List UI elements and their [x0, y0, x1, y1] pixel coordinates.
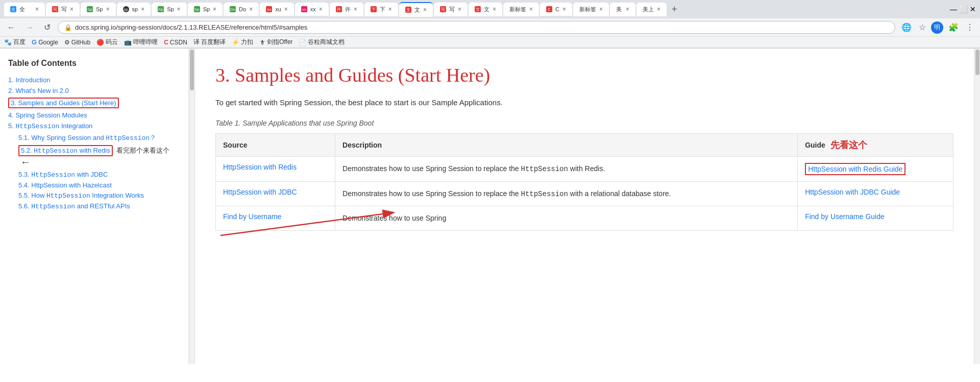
- reload-button[interactable]: ↺: [41, 20, 54, 34]
- nav-link-hazelcast[interactable]: 5.4. HttpSession with Hazelcast: [18, 181, 112, 189]
- tab-14[interactable]: 文 文 ×: [469, 3, 502, 16]
- guide-link-redis[interactable]: HttpSession with Redis Guide: [808, 165, 902, 173]
- back-button[interactable]: ←: [4, 21, 18, 34]
- new-tab-button[interactable]: +: [668, 4, 681, 15]
- tab-close[interactable]: ×: [626, 6, 629, 13]
- bookmark-csdn[interactable]: C CSDN: [164, 39, 187, 46]
- tab-newtab2[interactable]: 新标签 ×: [573, 3, 609, 16]
- tab-icon: C: [546, 6, 552, 12]
- tab-close[interactable]: ×: [106, 6, 109, 13]
- tab-close[interactable]: ×: [213, 6, 216, 13]
- table-row: Find by Username Demonstrates how to use…: [216, 206, 953, 230]
- tab-12-active[interactable]: 文 文 ×: [399, 2, 433, 17]
- tab-8[interactable]: xu xu ×: [260, 3, 294, 16]
- tab-close[interactable]: ×: [493, 6, 496, 13]
- nav-link-redis[interactable]: 5.2. HttpSession with Redis: [21, 147, 110, 154]
- tab-close[interactable]: ×: [657, 6, 660, 13]
- close-button[interactable]: ✕: [970, 5, 976, 13]
- scrollbar-thumb[interactable]: [190, 50, 194, 90]
- nav-link-works[interactable]: 5.5. How HttpSession Integration Works: [18, 192, 144, 199]
- tab-close[interactable]: ×: [388, 6, 392, 13]
- forward-button[interactable]: →: [22, 21, 37, 34]
- guide-link-findbyusername[interactable]: Find by Username Guide: [805, 212, 885, 221]
- page-title: 3. Samples and Guides (Start Here): [215, 64, 953, 86]
- tab-9[interactable]: xx xx ×: [295, 3, 329, 16]
- nav-link-why[interactable]: 5.1. Why Spring Session and HttpSession？: [18, 134, 156, 141]
- bookmark-baidu[interactable]: 🐾 百度: [4, 38, 26, 46]
- nav-link-httpsession[interactable]: 5. HttpSession Integration: [8, 122, 92, 130]
- sidebar-nav: 1. Introduction 2. What's New in 2.0 3. …: [8, 76, 180, 210]
- tab-11[interactable]: 下 下 ×: [364, 3, 398, 16]
- samples-table: Source Description Guide 先看这个: [215, 133, 953, 231]
- source-link-redis[interactable]: HttpSession with Redis: [223, 163, 297, 171]
- tab-close[interactable]: ×: [177, 6, 181, 13]
- bookmark-google[interactable]: G Google: [32, 38, 58, 46]
- tab-5[interactable]: Sp Sp ×: [152, 3, 186, 16]
- bookmark-gulimall[interactable]: 📄 谷粒商城文档: [299, 38, 345, 46]
- tab-6[interactable]: Sp Sp ×: [188, 3, 223, 16]
- tab-close[interactable]: ×: [599, 6, 603, 13]
- profile-button[interactable]: 明: [931, 21, 943, 34]
- nav-link-new[interactable]: 2. What's New in 2.0: [8, 87, 69, 94]
- guide-cell: Find by Username Guide: [798, 206, 953, 230]
- nav-link-modules[interactable]: 4. Spring Session Modules: [8, 111, 87, 119]
- translate-button[interactable]: 🌐: [899, 20, 914, 34]
- tab-3[interactable]: Sp Sp ×: [81, 3, 115, 16]
- tab-close[interactable]: ×: [249, 6, 253, 13]
- tab-close[interactable]: ×: [562, 6, 566, 13]
- tab-active[interactable]: 全 全 ×: [4, 3, 45, 16]
- tab-close[interactable]: ×: [284, 6, 288, 13]
- tab-close[interactable]: ×: [319, 6, 323, 13]
- tab-mei[interactable]: 美 ×: [610, 3, 635, 16]
- restore-button[interactable]: ⬜: [959, 5, 968, 13]
- tab-10[interactable]: 许 许 ×: [330, 3, 363, 16]
- tab-7[interactable]: Do Do ×: [224, 3, 259, 16]
- google-icon: G: [32, 38, 37, 46]
- nav-link-samples[interactable]: 3. Samples and Guides (Start Here): [11, 99, 116, 107]
- bookmark-bilibili[interactable]: 📺 哔哩哔哩: [124, 38, 158, 46]
- tab-close[interactable]: ×: [423, 6, 427, 13]
- nav-link-restful[interactable]: 5.6. HttpSession and RESTful APIs: [18, 202, 130, 210]
- tab-close[interactable]: ×: [70, 6, 74, 13]
- list-item: 5.4. HttpSession with Hazelcast: [18, 181, 180, 189]
- guide-link-jdbc[interactable]: HttpSession with JDBC Guide: [805, 188, 900, 196]
- sidebar-scrollbar[interactable]: [189, 49, 195, 364]
- nav-link-jdbc[interactable]: 5.3. HttpSession with JDBC: [18, 171, 108, 178]
- tab-label: 新标签: [579, 6, 596, 13]
- tab-close[interactable]: ×: [354, 6, 357, 13]
- url-input[interactable]: [75, 23, 889, 31]
- tab-close[interactable]: ×: [529, 6, 533, 13]
- menu-button[interactable]: ⋮: [964, 20, 976, 34]
- list-item: 5.1. Why Spring Session and HttpSession？: [18, 133, 180, 142]
- bookmark-github[interactable]: ⚙ GitHub: [64, 39, 90, 46]
- bilibili-icon: 📺: [124, 39, 132, 46]
- tab-4[interactable]: sp sp ×: [117, 3, 151, 16]
- source-link-jdbc[interactable]: HttpSession with JDBC: [223, 188, 297, 196]
- bookmark-label: 百度翻译: [201, 38, 226, 46]
- bookmark-leetcode[interactable]: ⚡ 力扣: [232, 38, 253, 46]
- bookmark-button[interactable]: ☆: [917, 20, 928, 34]
- tab-close[interactable]: ×: [35, 6, 39, 13]
- leetcode-icon: ⚡: [232, 39, 239, 46]
- tab-2[interactable]: 写 写 ×: [46, 3, 80, 16]
- tab-meishang[interactable]: 美上 ×: [636, 3, 667, 16]
- source-link-findbyusername[interactable]: Find by Username: [223, 212, 281, 221]
- tab-close[interactable]: ×: [458, 6, 461, 13]
- tab-icon: 全: [10, 6, 16, 12]
- tab-close[interactable]: ×: [141, 6, 144, 13]
- minimize-button[interactable]: —: [950, 5, 957, 13]
- tab-label: Sp: [203, 6, 210, 12]
- main-scrollbar[interactable]: [974, 49, 980, 364]
- tab-13[interactable]: 写 写 ×: [434, 3, 468, 16]
- bookmark-gitee[interactable]: 🔴 码云: [96, 38, 118, 46]
- address-bar[interactable]: 🔒: [58, 21, 895, 34]
- nav-link-intro[interactable]: 1. Introduction: [8, 76, 50, 84]
- bookmark-sword[interactable]: 🗡 剑指Offer: [259, 38, 292, 46]
- scrollbar-thumb-main[interactable]: [975, 50, 979, 75]
- bookmark-translate[interactable]: 译 百度翻译: [193, 38, 226, 46]
- tab-15[interactable]: C C ×: [540, 3, 572, 16]
- annotation-second-label: 看完那个来看这个: [116, 147, 169, 154]
- page-wrapper: Table of Contents 1. Introduction 2. Wha…: [0, 49, 980, 364]
- extension-button[interactable]: 🧩: [946, 20, 961, 34]
- tab-newtab1[interactable]: 新标签 ×: [503, 3, 539, 16]
